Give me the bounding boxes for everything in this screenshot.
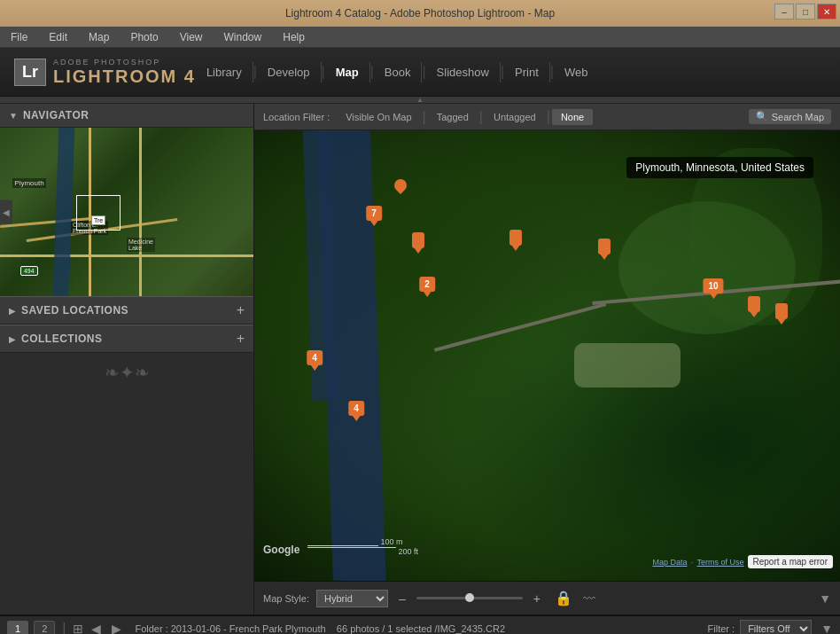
map-data-bar: Map Data - Terms of Use Report a map err… bbox=[254, 555, 840, 568]
panel-collapse-arrow[interactable]: ◀ bbox=[0, 200, 12, 224]
zoom-plus-button[interactable]: + bbox=[530, 591, 544, 606]
map-pin-7[interactable]: 7 bbox=[366, 206, 382, 221]
highway-sign: 494 bbox=[20, 266, 38, 276]
window-title: Lightroom 4 Catalog - Adobe Photoshop Li… bbox=[285, 7, 555, 20]
decorative-divider: ❧✦❧ bbox=[0, 353, 253, 614]
filmstrip-toolbar: 1 2 | ⊞ ◀ ▶ Folder : 2013-01-06 - French… bbox=[0, 616, 840, 634]
filmstrip-page2[interactable]: 2 bbox=[34, 621, 55, 634]
search-map-label: Search Map bbox=[772, 112, 824, 122]
saved-locations-panel-header[interactable]: ▶ Saved Locations + bbox=[0, 296, 253, 325]
navigator-map[interactable]: Plymouth Clifton E.French Park MedicineL… bbox=[0, 128, 253, 296]
menu-photo[interactable]: Photo bbox=[127, 29, 161, 45]
adobe-label: ADOBE PHOTOSHOP bbox=[53, 58, 196, 67]
collections-panel-header[interactable]: ▶ Collections + bbox=[0, 325, 253, 353]
navigator-title: Navigator bbox=[23, 109, 89, 121]
map-pin-r2[interactable] bbox=[775, 303, 788, 319]
map-lake-label: MedicineLake bbox=[127, 238, 155, 252]
filter-visible-on-map[interactable]: Visible On Map bbox=[337, 109, 420, 125]
filter-untagged[interactable]: Untagged bbox=[485, 109, 545, 125]
location-filter-label: Location Filter : bbox=[263, 112, 330, 122]
map-location-label: Plymouth bbox=[12, 178, 45, 188]
saved-locations-arrow-icon: ▶ bbox=[9, 306, 16, 316]
main-content: ▼ Navigator Plymouth Clifton E.French Pa… bbox=[0, 104, 840, 614]
menu-window[interactable]: Window bbox=[221, 29, 266, 45]
lr-badge: Lr bbox=[22, 63, 38, 81]
location-tooltip: Plymouth, Minnesota, United States bbox=[626, 157, 813, 178]
map-viewport[interactable]: Plymouth, Minnesota, United States 7 2 1… bbox=[254, 130, 840, 581]
collections-arrow-icon: ▶ bbox=[9, 334, 16, 344]
filmstrip-page1[interactable]: 1 bbox=[7, 621, 28, 634]
tab-web[interactable]: Web bbox=[554, 62, 599, 82]
map-pin-4a[interactable]: 4 bbox=[307, 350, 323, 365]
filmstrip-collapse-button[interactable]: ▼ bbox=[821, 622, 833, 634]
navigator-selection-rect bbox=[76, 195, 121, 231]
top-collapse-button[interactable]: ▲ bbox=[0, 97, 840, 104]
filmstrip: 1 2 | ⊞ ◀ ▶ Folder : 2013-01-06 - French… bbox=[0, 614, 840, 634]
logo-text: ADOBE PHOTOSHOP LIGHTROOM 4 bbox=[53, 58, 196, 87]
zoom-slider[interactable] bbox=[416, 597, 523, 599]
close-button[interactable]: ✕ bbox=[817, 4, 836, 20]
menubar: File Edit Map Photo View Window Help bbox=[0, 27, 840, 48]
navigator-panel-header[interactable]: ▼ Navigator bbox=[0, 104, 253, 128]
search-map-field[interactable]: 🔍 Search Map bbox=[749, 109, 831, 124]
collapse-arrow-icon: ▲ bbox=[416, 96, 424, 104]
filter-label: Filter : bbox=[708, 623, 735, 634]
grid-view-icon[interactable]: ⊞ bbox=[73, 622, 83, 634]
menu-help[interactable]: Help bbox=[279, 29, 308, 45]
map-controls-bar: Map Style: Hybrid Road Map Terrain Satel… bbox=[254, 581, 840, 614]
tab-print[interactable]: Print bbox=[504, 62, 550, 82]
map-pin-mid[interactable] bbox=[412, 232, 424, 248]
map-panel-arrow[interactable]: ▼ bbox=[819, 591, 831, 606]
maximize-button[interactable]: □ bbox=[796, 4, 815, 20]
lock-icon[interactable]: 🔒 bbox=[555, 590, 572, 607]
google-watermark: Google bbox=[263, 544, 299, 556]
map-pin-right[interactable] bbox=[598, 239, 611, 254]
menu-view[interactable]: View bbox=[176, 29, 206, 45]
appbar: Lr ADOBE PHOTOSHOP LIGHTROOM 4 Library |… bbox=[0, 48, 840, 97]
menu-edit[interactable]: Edit bbox=[45, 29, 71, 45]
map-pin-2[interactable]: 2 bbox=[419, 277, 435, 292]
add-saved-location-button[interactable]: + bbox=[237, 302, 245, 318]
add-collection-button[interactable]: + bbox=[237, 331, 245, 347]
squiggle-icon[interactable]: 〰 bbox=[583, 591, 595, 606]
map-style-select[interactable]: Hybrid Road Map Terrain Satellite bbox=[316, 590, 388, 607]
filter-none[interactable]: None bbox=[552, 109, 593, 125]
location-tooltip-text: Plymouth, Minnesota, United States bbox=[635, 161, 805, 174]
terms-of-use-link[interactable]: Terms of Use bbox=[697, 558, 744, 567]
zoom-minus-button[interactable]: – bbox=[395, 591, 409, 606]
titlebar: Lightroom 4 Catalog - Adobe Photoshop Li… bbox=[0, 0, 840, 27]
map-area: Location Filter : Visible On Map | Tagge… bbox=[254, 104, 840, 614]
map-pin-r1[interactable] bbox=[748, 296, 760, 312]
location-filter-bar: Location Filter : Visible On Map | Tagge… bbox=[254, 104, 840, 130]
report-error-button[interactable]: Report a map error bbox=[748, 555, 833, 568]
left-panel: ▼ Navigator Plymouth Clifton E.French Pa… bbox=[0, 104, 254, 614]
map-pin-10[interactable]: 10 bbox=[703, 278, 723, 294]
map-pin-center[interactable] bbox=[509, 230, 522, 246]
tab-map[interactable]: Map bbox=[325, 62, 370, 82]
tab-slideshow[interactable]: Slideshow bbox=[426, 62, 501, 82]
next-photo-button[interactable]: ▶ bbox=[109, 622, 124, 634]
prev-photo-button[interactable]: ◀ bbox=[89, 622, 104, 634]
map-scale: 100 m 200 ft bbox=[307, 537, 418, 556]
menu-file[interactable]: File bbox=[7, 29, 31, 45]
map-pin-4b[interactable]: 4 bbox=[348, 401, 364, 416]
menu-map[interactable]: Map bbox=[85, 29, 113, 45]
map-style-label: Map Style: bbox=[263, 593, 309, 604]
tab-library[interactable]: Library bbox=[196, 62, 253, 82]
tab-develop[interactable]: Develop bbox=[257, 62, 322, 82]
window-controls: – □ ✕ bbox=[774, 4, 836, 20]
filmstrip-folder-path: Folder : 2013-01-06 - French Park Plymou… bbox=[135, 623, 505, 634]
minimize-button[interactable]: – bbox=[774, 4, 794, 20]
navigator-arrow-icon: ▼ bbox=[9, 111, 18, 121]
zoom-slider-thumb[interactable] bbox=[465, 593, 474, 602]
filter-tagged[interactable]: Tagged bbox=[428, 109, 478, 125]
search-icon: 🔍 bbox=[756, 111, 768, 122]
app-name: LIGHTROOM 4 bbox=[53, 67, 196, 87]
map-data-link[interactable]: Map Data bbox=[652, 558, 687, 567]
nav-tabs: Library | Develop | Map | Book | Slidesh… bbox=[196, 62, 599, 82]
app-logo: Lr ADOBE PHOTOSHOP LIGHTROOM 4 bbox=[14, 58, 196, 87]
tab-book[interactable]: Book bbox=[374, 62, 423, 82]
collections-title: Collections bbox=[21, 333, 103, 345]
saved-locations-title: Saved Locations bbox=[21, 304, 128, 317]
filter-select[interactable]: Filters Off Flagged Unflagged bbox=[740, 620, 812, 634]
